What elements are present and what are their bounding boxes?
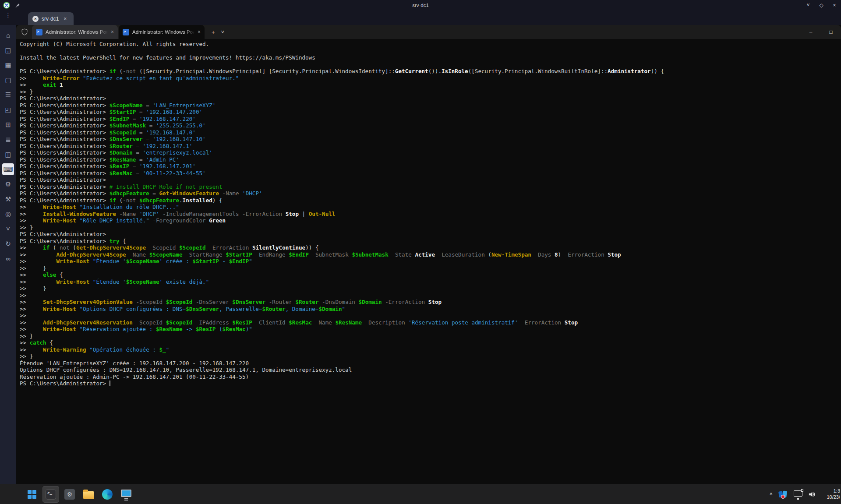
- terminal-line: >> }: [20, 265, 841, 272]
- vm-icon: ×: [32, 16, 39, 22]
- dhcp-manager-tray-icon[interactable]: [778, 490, 788, 499]
- fit-screen-icon[interactable]: ⊞: [2, 119, 14, 130]
- apps-grid-icon[interactable]: ▦: [2, 59, 14, 71]
- vm-tab-close-icon[interactable]: ×: [64, 16, 67, 22]
- viewer-sidebar: ⌂◱▦▢☰◰⊞≣◫⌨⚙⚒◎˅↻∞: [0, 25, 16, 484]
- close-tab-icon[interactable]: ×: [198, 29, 201, 35]
- powershell-icon: >: [123, 29, 129, 35]
- terminal-line: >> Write-Error "Exécutez ce script en ta…: [20, 75, 841, 82]
- terminal-line: PS C:\Users\Administrator> $DnsServer = …: [20, 136, 841, 143]
- terminal-line: PS C:\Users\Administrator>: [20, 231, 841, 238]
- maximize-button[interactable]: □: [821, 25, 841, 39]
- terminal-icon: >_: [46, 489, 56, 500]
- start-button[interactable]: [24, 486, 40, 503]
- terminal-line: PS C:\Users\Administrator> $ScopeName = …: [20, 102, 841, 109]
- terminal-line: >> }: [20, 353, 841, 360]
- volume-tray-icon[interactable]: [808, 491, 816, 498]
- terminal-line: PS C:\Users\Administrator> $EndIP = '192…: [20, 116, 841, 123]
- terminal-line: >> }: [20, 224, 841, 231]
- console-window-icon[interactable]: ◱: [2, 44, 14, 56]
- terminal-line: PS C:\Users\Administrator> $dhcpFeature …: [20, 190, 841, 197]
- computer-management-icon: [121, 490, 131, 497]
- terminal-tab[interactable]: >Administrator: Windows Pow×: [119, 25, 205, 39]
- terminal-line: >> exit 1: [20, 81, 841, 88]
- terminal-line: >> Write-Warning "Opération échouée : $_…: [20, 346, 841, 353]
- terminal-line: PS C:\Users\Administrator> $Domain = 'en…: [20, 149, 841, 156]
- terminal-output[interactable]: Copyright (C) Microsoft Corporation. All…: [16, 39, 841, 484]
- terminal-line: >> Install-WindowsFeature -Name 'DHCP' -…: [20, 211, 841, 218]
- terminal-line: >> Add-DhcpServerv4Reservation -ScopeId …: [20, 319, 841, 326]
- terminal-line: Options DHCP configurées : DNS=192.168.1…: [20, 367, 841, 374]
- windows-taskbar: >_⚙ ˄ 1:3 10/23/: [0, 484, 841, 504]
- window-title: srv-dc1: [0, 3, 841, 8]
- terminal-app[interactable]: >_: [42, 486, 59, 503]
- fullscreen-icon[interactable]: ◰: [2, 104, 14, 116]
- terminal-line: PS C:\Users\Administrator>: [20, 95, 841, 102]
- terminal-line: >> Set-DhcpServerv4OptionValue -ScopeId …: [20, 299, 841, 306]
- terminal-line: >> catch {: [20, 339, 841, 346]
- home-icon[interactable]: ⌂: [2, 29, 14, 41]
- terminal-tab[interactable]: >Administrator: Windows Powe×: [32, 25, 118, 39]
- taskbar-clock[interactable]: 1:3 10/23/: [822, 488, 840, 500]
- terminal-tab-label: Administrator: Windows Powe: [46, 29, 108, 35]
- more-menu-icon[interactable]: ⋮: [0, 11, 16, 18]
- new-tab-button[interactable]: +: [212, 29, 215, 35]
- viewer-detach-icon[interactable]: ◇: [815, 0, 828, 11]
- minimize-button[interactable]: –: [801, 25, 821, 39]
- terminal-line: PS C:\Users\Administrator> $Router = '19…: [20, 143, 841, 150]
- viewer-chevron-down-icon[interactable]: ˅: [802, 0, 815, 11]
- keyboard-icon[interactable]: ⌨: [2, 163, 14, 175]
- terminal-line: >> Write-Host "Rôle DHCP installé." -For…: [20, 217, 841, 224]
- terminal-line: >> }: [20, 333, 841, 340]
- list-icon[interactable]: ≣: [2, 134, 14, 145]
- copy-windows-icon[interactable]: ◫: [2, 148, 14, 160]
- chevron-down-icon[interactable]: ˅: [2, 223, 14, 235]
- terminal-line: >> Write-Host "Étendue '$ScopeName' exis…: [20, 278, 841, 285]
- terminal-line: PS C:\Users\Administrator> $ScopeId = '1…: [20, 129, 841, 136]
- server-manager-icon: ⚙: [64, 489, 75, 500]
- viewer-titlebar: srv-dc1 ˅◇×: [0, 0, 841, 11]
- terminal-line: >> Write-Host "Étendue '$ScopeName' créé…: [20, 258, 841, 265]
- terminal-line: >> else {: [20, 271, 841, 278]
- taskbar-apps: >_⚙: [24, 486, 137, 503]
- terminal-line: PS C:\Users\Administrator>: [20, 176, 841, 183]
- server-manager-app[interactable]: ⚙: [61, 486, 78, 503]
- settings-gear-icon[interactable]: ⚙: [2, 178, 14, 190]
- terminal-line: Réservation ajoutée : Admin-PC -> 192.16…: [20, 374, 841, 381]
- terminal-line: Étendue 'LAN_EntrepriseXYZ' créée : 192.…: [20, 360, 841, 367]
- tools-icon[interactable]: ⚒: [2, 193, 14, 205]
- menu-lines-icon[interactable]: ☰: [2, 89, 14, 101]
- network-tray-icon[interactable]: [794, 490, 802, 497]
- terminal-window-controls: – □: [801, 25, 841, 39]
- tray-chevron-up-icon[interactable]: ˄: [769, 491, 773, 497]
- terminal-line: >>: [20, 292, 841, 299]
- file-explorer-app[interactable]: [80, 486, 97, 503]
- terminal-line: >> }: [20, 285, 841, 292]
- vm-tab-label: srv-dc1: [42, 16, 59, 22]
- admin-shield-icon: [21, 28, 28, 35]
- terminal-line: PS C:\Users\Administrator> if (-not ([Se…: [20, 68, 841, 75]
- close-tab-icon[interactable]: ×: [111, 29, 114, 35]
- vm-tab-srv-dc1[interactable]: × srv-dc1 ×: [28, 12, 74, 25]
- terminal-tabs: >Administrator: Windows Powe×>Administra…: [32, 25, 205, 39]
- terminal-line: PS C:\Users\Administrator>: [20, 380, 841, 387]
- terminal-line: PS C:\Users\Administrator> if (-not $dhc…: [20, 197, 841, 204]
- clock-date: 10/23/: [822, 494, 840, 500]
- edge-app[interactable]: [99, 486, 116, 503]
- terminal-line: [20, 61, 841, 68]
- screenshot-icon[interactable]: ◎: [2, 208, 14, 220]
- tab-dropdown-button[interactable]: ˅: [221, 29, 225, 35]
- terminal-line: Install the latest PowerShell for new fe…: [20, 54, 841, 61]
- terminal-line: [20, 48, 841, 55]
- system-tray: ˄ 1:3 10/23/: [769, 488, 841, 500]
- edge-browser-icon: [102, 489, 113, 500]
- link-icon[interactable]: ∞: [2, 253, 14, 264]
- terminal-line: PS C:\Users\Administrator> $SubnetMask =…: [20, 122, 841, 129]
- refresh-icon[interactable]: ↻: [2, 238, 14, 250]
- windows-terminal-window: >Administrator: Windows Powe×>Administra…: [16, 25, 841, 484]
- terminal-line: PS C:\Users\Administrator> $ResMac = '00…: [20, 170, 841, 177]
- clock-time: 1:3: [822, 488, 840, 494]
- viewer-close-icon[interactable]: ×: [828, 0, 841, 11]
- computer-management-app[interactable]: [118, 486, 134, 503]
- select-region-icon[interactable]: ▢: [2, 74, 14, 86]
